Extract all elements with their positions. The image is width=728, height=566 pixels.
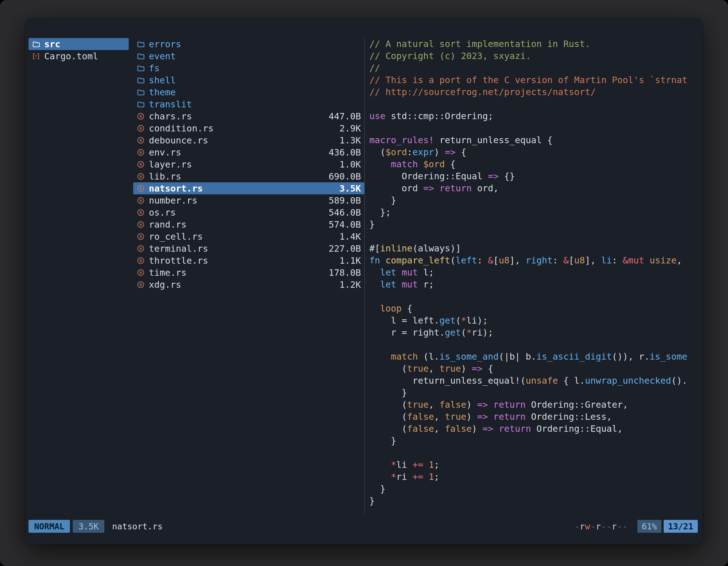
status-right: -rw-r--r-- 61% 13/21 — [574, 520, 698, 533]
entry-size: 178.0B — [328, 267, 361, 278]
folder-icon — [137, 88, 145, 97]
rust-file-icon: R — [137, 124, 145, 133]
entry-name: throttle.rs — [149, 255, 208, 266]
code-line: } — [369, 483, 698, 495]
file-row[interactable]: Rcondition.rs2.9K — [133, 122, 364, 134]
rust-file-icon: R — [137, 233, 145, 241]
dir-row[interactable]: theme — [133, 86, 364, 98]
entry-name: Cargo.toml — [44, 51, 98, 62]
entry-name: os.rs — [149, 207, 176, 218]
code-line: (true, false) => return Ordering::Greate… — [369, 399, 698, 411]
rust-file-icon: R — [137, 172, 145, 181]
code-line: } — [369, 219, 698, 231]
current-pane[interactable]: errorseventfsshellthemetranslitRchars.rs… — [133, 38, 364, 516]
entry-name: theme — [149, 87, 176, 98]
code-line: } — [369, 387, 698, 399]
file-row[interactable]: Rterminal.rs227.0B — [133, 243, 364, 255]
code-line: return_unless_equal!(unsafe { l.unwrap_u… — [369, 375, 698, 387]
main-area: srcTCargo.toml errorseventfsshellthemetr… — [29, 38, 698, 516]
code-line: *li += 1; — [369, 459, 698, 471]
file-row[interactable]: Rlayer.rs1.0K — [133, 158, 364, 170]
file-row[interactable]: Rxdg.rs1.2K — [133, 279, 364, 290]
code-line: macro_rules! return_unless_equal { — [369, 134, 698, 146]
code-line: let mut r; — [369, 279, 698, 290]
dir-row[interactable]: shell — [133, 74, 364, 86]
code-line: (true, true) => { — [369, 363, 698, 375]
code-line — [369, 98, 698, 110]
code-line: l = left.get(*li); — [369, 314, 698, 326]
file-row[interactable]: Rtime.rs178.0B — [133, 267, 364, 279]
size-badge: 3.5K — [73, 520, 104, 533]
status-bar: NORMAL 3.5K natsort.rs -rw-r--r-- 61% 13… — [29, 519, 698, 534]
file-row[interactable]: Ros.rs546.0B — [133, 206, 364, 219]
entry-size: 436.0B — [328, 147, 361, 158]
entry-size: 2.9K — [339, 123, 361, 134]
svg-text:R: R — [140, 126, 142, 131]
code-line: ($ord:expr) => { — [369, 146, 698, 158]
code-line — [369, 122, 698, 134]
code-line: (false, false) => return Ordering::Equal… — [369, 423, 698, 435]
parent-pane[interactable]: srcTCargo.toml — [29, 38, 129, 516]
entry-size: 1.0K — [339, 159, 361, 170]
rust-file-icon: R — [137, 208, 145, 217]
code-line: loop { — [369, 302, 698, 314]
code-line: } — [369, 495, 698, 507]
code-line: r = right.get(*ri); — [369, 326, 698, 339]
file-row[interactable]: Rro_cell.rs1.4K — [133, 231, 364, 243]
code-line: #[inline(always)] — [369, 243, 698, 255]
file-row[interactable]: Rlib.rs690.0B — [133, 170, 364, 182]
code-preview[interactable]: // A natural sort implementation in Rust… — [365, 38, 698, 516]
folder-icon — [32, 40, 40, 48]
code-line: ord => return ord, — [369, 182, 698, 194]
yazi-window: srcTCargo.toml errorseventfsshellthemetr… — [25, 18, 703, 544]
file-row[interactable]: Renv.rs436.0B — [133, 146, 364, 158]
rust-file-icon: R — [137, 269, 145, 277]
svg-text:R: R — [140, 163, 142, 167]
file-row[interactable]: Rnumber.rs589.0B — [133, 194, 364, 206]
entry-name: event — [149, 51, 176, 62]
rust-file-icon: R — [137, 112, 145, 121]
folder-icon — [137, 76, 145, 85]
entry-size: 589.0B — [328, 195, 361, 206]
code-line — [369, 231, 698, 243]
dir-row[interactable]: src — [29, 38, 129, 50]
code-line — [369, 447, 698, 459]
dir-row[interactable]: fs — [133, 62, 364, 74]
entry-name: ro_cell.rs — [149, 231, 203, 242]
code-line: } — [369, 435, 698, 447]
position-badge: 13/21 — [664, 520, 698, 533]
file-row[interactable]: Rthrottle.rs1.1K — [133, 255, 364, 267]
svg-text:R: R — [140, 211, 142, 215]
rust-file-icon: R — [137, 245, 145, 253]
svg-text:R: R — [140, 151, 142, 155]
file-row[interactable]: Rchars.rs447.0B — [133, 110, 364, 122]
entry-name: xdg.rs — [149, 280, 181, 290]
svg-text:T: T — [35, 54, 37, 58]
code-line — [369, 339, 698, 351]
rust-file-icon: R — [137, 281, 145, 289]
dir-row[interactable]: event — [133, 50, 364, 62]
folder-icon — [137, 40, 145, 48]
file-row[interactable]: Rdebounce.rs1.3K — [133, 134, 364, 146]
code-line: Ordering::Equal => {} — [369, 170, 698, 182]
file-row[interactable]: Rrand.rs574.0B — [133, 219, 364, 231]
entry-size: 227.0B — [328, 243, 361, 254]
entry-name: rand.rs — [149, 219, 187, 230]
entry-name: debounce.rs — [149, 135, 208, 146]
entry-size: 1.4K — [339, 231, 361, 242]
code-line: use std::cmp::Ordering; — [369, 110, 698, 122]
code-line: // — [369, 62, 698, 74]
entry-name: terminal.rs — [149, 243, 208, 254]
entry-name: translit — [149, 99, 192, 110]
dir-row[interactable]: translit — [133, 98, 364, 110]
code-line: fn compare_left(left: &[u8], right: &[u8… — [369, 255, 698, 267]
entry-size: 574.0B — [328, 219, 361, 230]
dir-row[interactable]: errors — [133, 38, 364, 50]
file-row[interactable]: TCargo.toml — [29, 50, 129, 62]
mode-badge: NORMAL — [29, 520, 70, 533]
rust-file-icon: R — [137, 196, 145, 205]
file-row[interactable]: Rnatsort.rs3.5K — [133, 182, 364, 194]
entry-name: chars.rs — [149, 111, 192, 122]
svg-text:R: R — [140, 139, 142, 143]
rust-file-icon: R — [137, 257, 145, 265]
